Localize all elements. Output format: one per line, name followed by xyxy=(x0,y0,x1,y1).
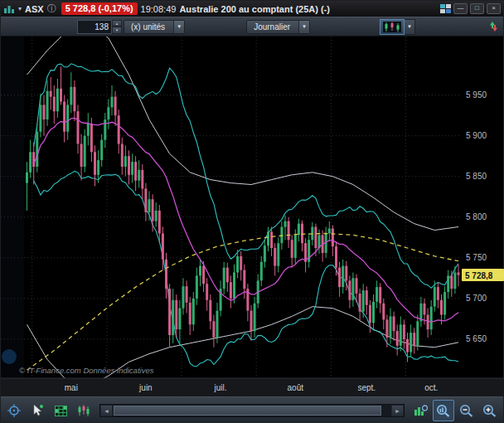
symbol-label[interactable]: ASX xyxy=(25,4,44,14)
quote-badge: 5 728,8 (-0,17%) xyxy=(61,2,138,15)
cursor-mode-button[interactable] xyxy=(27,400,48,421)
table-icon xyxy=(55,406,67,416)
svg-text:août: août xyxy=(288,383,304,392)
up-down-arrows-icon xyxy=(489,21,498,32)
chart-zoom-all-icon xyxy=(414,405,428,416)
zoom-in-button[interactable] xyxy=(479,400,501,421)
units-up-button[interactable]: ▴ xyxy=(112,20,122,27)
timeframe-label: Journalier xyxy=(254,22,290,32)
magnifier-minus-icon xyxy=(459,404,474,417)
svg-text:5 728,8: 5 728,8 xyxy=(465,271,493,280)
svg-text:mai: mai xyxy=(65,383,78,392)
units-input[interactable] xyxy=(77,20,112,34)
zoom-selection-button[interactable] xyxy=(433,400,454,421)
magnifier-chart-icon xyxy=(436,404,451,417)
title-bar: ▾ ASX ⓘ 5 728,8 (-0,17%) 19:08:49 Austra… xyxy=(1,1,503,17)
info-icon[interactable]: ⓘ xyxy=(47,4,56,13)
svg-text:juin: juin xyxy=(138,383,153,392)
zoom-out-button[interactable] xyxy=(456,400,477,421)
units-down-button[interactable]: ▾ xyxy=(112,27,122,34)
scrollbar-thumb[interactable] xyxy=(114,406,381,416)
instrument-title: Australie 200 au comptant (25A) (-) xyxy=(179,4,330,14)
mosaic-layout-icon[interactable] xyxy=(440,4,451,13)
crosshair-pointer-button[interactable] xyxy=(3,400,25,421)
svg-text:juil.: juil. xyxy=(214,383,227,392)
close-button[interactable]: × xyxy=(487,3,501,14)
scroll-left-button[interactable]: ◄ xyxy=(100,405,113,416)
watchlist-button[interactable] xyxy=(50,400,71,421)
chart-type-current[interactable] xyxy=(380,19,405,35)
units-type-label: (x) unités xyxy=(131,22,165,32)
price-chart[interactable]: maijuinjuil.aoûtsept.oct.© IT-Finance.co… xyxy=(1,36,503,396)
svg-text:5 700: 5 700 xyxy=(466,294,487,303)
timeframe-dropdown[interactable]: Journalier ▼ xyxy=(246,20,310,34)
chart-scrollbar[interactable]: ◄ ► xyxy=(99,404,405,417)
window-controls: — □ × xyxy=(440,3,501,14)
units-spinner: ▴ ▾ xyxy=(77,20,122,34)
chart-type-button: ▼ xyxy=(380,19,415,35)
svg-text:5 850: 5 850 xyxy=(466,172,487,181)
crosshair-icon xyxy=(7,403,22,418)
chevron-down-icon[interactable]: ▼ xyxy=(298,21,309,33)
chart-app-icon xyxy=(3,4,15,14)
scroll-right-button[interactable]: ► xyxy=(391,405,404,416)
units-stepper: ▴ ▾ xyxy=(112,20,122,34)
candlestick-style-icon xyxy=(383,22,401,32)
svg-text:© IT-Finance.com Données indic: © IT-Finance.com Données indicatives xyxy=(19,366,154,375)
app-window: ▾ ASX ⓘ 5 728,8 (-0,17%) 19:08:49 Austra… xyxy=(0,0,504,423)
chart-toolbar: ▴ ▾ (x) unités ▼ Journalier ▼ ▼ xyxy=(1,17,503,36)
cursor-icon xyxy=(31,404,44,417)
svg-text:sept.: sept. xyxy=(357,383,376,392)
units-type-dropdown[interactable]: (x) unités ▼ xyxy=(124,20,185,34)
svg-text:5 800: 5 800 xyxy=(466,212,487,221)
candlestick-chart-svg[interactable]: maijuinjuil.aoûtsept.oct.© IT-Finance.co… xyxy=(1,36,504,396)
new-chart-button[interactable] xyxy=(73,400,94,421)
symbol-dropdown-caret[interactable]: ▾ xyxy=(18,5,22,12)
maximize-button[interactable]: □ xyxy=(470,3,484,14)
bottom-toolbar: ◄ ► xyxy=(1,396,503,423)
quote-time: 19:08:49 xyxy=(141,4,177,14)
svg-text:5 650: 5 650 xyxy=(466,334,487,343)
scrollbar-track[interactable] xyxy=(113,405,391,416)
svg-text:5 950: 5 950 xyxy=(466,90,487,100)
chevron-down-icon[interactable]: ▼ xyxy=(173,21,184,33)
candlestick-icon xyxy=(77,405,90,416)
svg-text:5 900: 5 900 xyxy=(466,131,487,140)
chart-type-caret[interactable]: ▼ xyxy=(405,19,415,35)
magnifier-plus-icon xyxy=(482,404,497,417)
svg-text:oct.: oct. xyxy=(424,383,438,392)
svg-text:5 750: 5 750 xyxy=(466,253,487,262)
price-alerts-button[interactable] xyxy=(489,21,498,32)
show-all-button[interactable] xyxy=(410,400,431,421)
minimize-button[interactable]: — xyxy=(453,3,468,14)
